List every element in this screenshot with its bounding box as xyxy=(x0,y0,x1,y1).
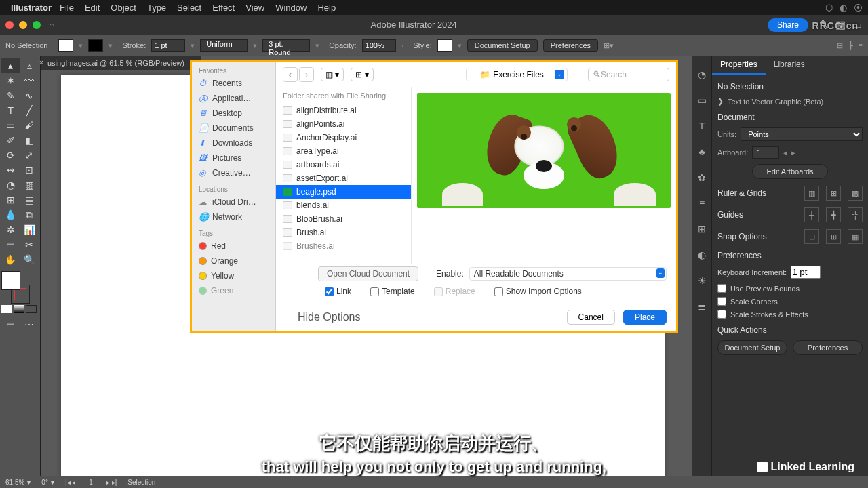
width-profile-select[interactable]: Uniform xyxy=(200,39,248,52)
stroke-weight-input[interactable] xyxy=(151,39,185,52)
tag-red[interactable]: Red xyxy=(192,239,275,253)
free-transform-tool[interactable]: ⊡ xyxy=(20,163,39,178)
scale-tool[interactable]: ⤢ xyxy=(20,148,39,163)
width-tool[interactable]: ↭ xyxy=(1,163,20,178)
eraser-tool[interactable]: ◧ xyxy=(20,133,39,148)
sidebar-item-applications[interactable]: ⒶApplicati… xyxy=(192,91,275,106)
zoom-tool[interactable]: 🔍 xyxy=(20,252,39,267)
align-options-icon[interactable]: ⊞▾ xyxy=(604,41,614,50)
preferences-button[interactable]: Preferences xyxy=(543,39,598,52)
style-swatch[interactable] xyxy=(437,39,452,52)
opacity-input[interactable] xyxy=(362,39,396,52)
sidebar-item-desktop[interactable]: 🖥Desktop xyxy=(192,106,275,121)
panel-icon[interactable]: ◔ xyxy=(698,69,706,80)
sidebar-item-icloud[interactable]: ☁iCloud Dri… xyxy=(192,195,275,209)
guides-show-icon[interactable]: ┼ xyxy=(804,207,819,222)
file-blends[interactable]: blends.ai xyxy=(276,199,411,212)
tag-green[interactable]: Green xyxy=(192,283,275,298)
status-icon[interactable]: ⬡ xyxy=(825,3,833,13)
sidebar-item-downloads[interactable]: ⬇Downloads xyxy=(192,136,275,150)
mesh-tool[interactable]: ⊞ xyxy=(1,192,20,207)
scale-corners-checkbox[interactable] xyxy=(717,297,726,306)
eyedropper-tool[interactable]: 💧 xyxy=(1,207,20,222)
menu-file[interactable]: File xyxy=(60,3,74,13)
sidebar-item-creative[interactable]: ◎Creative… xyxy=(192,165,275,180)
show-import-options-checkbox[interactable]: Show Import Options xyxy=(494,287,582,296)
color-mode-icon[interactable] xyxy=(1,305,12,313)
curvature-tool[interactable]: ∿ xyxy=(20,88,39,103)
perspective-tool[interactable]: ▨ xyxy=(20,178,39,192)
menu-help[interactable]: Help xyxy=(317,3,336,13)
panel-icon[interactable]: ≡ xyxy=(699,198,705,209)
ruler-icon[interactable]: ▥ xyxy=(804,186,819,201)
artboard-nav-input[interactable]: 1 xyxy=(78,479,104,486)
place-button[interactable]: Place xyxy=(623,310,667,325)
panel-icon[interactable]: ▭ xyxy=(698,95,707,106)
file-alignPoints[interactable]: alignPoints.ai xyxy=(276,117,411,131)
next-artboard-icon[interactable]: ▸ xyxy=(791,148,795,157)
file-artboards[interactable]: artboards.ai xyxy=(276,158,411,171)
fill-stroke-indicator[interactable] xyxy=(1,271,34,304)
edit-artboards-button[interactable]: Edit Artboards xyxy=(752,164,827,179)
view-mode-select[interactable]: ▥ ▾ xyxy=(321,68,344,81)
file-alignDistribute[interactable]: alignDistribute.ai xyxy=(276,104,411,117)
shaper-tool[interactable]: ✐ xyxy=(1,133,20,148)
close-tab-icon[interactable]: × xyxy=(39,59,43,66)
group-by-select[interactable]: ⊞ ▾ xyxy=(351,68,373,81)
sidebar-item-network[interactable]: 🌐Network xyxy=(192,209,275,224)
use-preview-bounds-checkbox[interactable] xyxy=(717,284,726,293)
menu-edit[interactable]: Edit xyxy=(85,3,100,13)
panel-icon[interactable]: ♣ xyxy=(698,146,705,157)
qa-document-setup-button[interactable]: Document Setup xyxy=(717,340,787,355)
list-icon[interactable]: ≡ xyxy=(859,41,863,50)
document-setup-button[interactable]: Document Setup xyxy=(467,39,538,52)
snap-point-icon[interactable]: ⊡ xyxy=(804,229,819,244)
file-blobBrush[interactable]: BlobBrush.ai xyxy=(276,212,411,226)
grid-icon[interactable]: ⊞ xyxy=(837,41,843,50)
file-brushes[interactable]: Brushes.ai xyxy=(276,239,411,253)
hide-options-button[interactable]: Hide Options xyxy=(298,311,361,323)
panel-icon[interactable]: ≣ xyxy=(698,301,706,312)
artboard-input[interactable] xyxy=(752,146,779,159)
share-button[interactable]: Share xyxy=(768,18,808,32)
brush-select[interactable]: 3 pt. Round xyxy=(262,39,310,52)
keyboard-increment-input[interactable] xyxy=(791,266,821,279)
status-icon[interactable]: ⦿ xyxy=(854,3,863,13)
document-tab[interactable]: × usingImages.ai @ 61.5 % (RGB/Preview) xyxy=(41,56,201,70)
prev-artboard-icon[interactable]: ◂ xyxy=(783,148,787,157)
pen-tool[interactable]: ✎ xyxy=(1,88,20,103)
home-icon[interactable]: ⌂ xyxy=(49,20,54,30)
zoom-level[interactable]: 61.5% xyxy=(5,479,24,486)
app-name[interactable]: Illustrator xyxy=(11,3,52,13)
template-checkbox[interactable]: Template xyxy=(370,287,415,296)
tab-properties[interactable]: Properties xyxy=(712,56,766,75)
paintbrush-tool[interactable]: 🖌 xyxy=(20,118,39,133)
menu-select[interactable]: Select xyxy=(177,3,201,13)
cancel-button[interactable]: Cancel xyxy=(567,310,615,325)
panel-icon[interactable]: ◐ xyxy=(698,249,706,260)
transparency-grid-icon[interactable]: ▩ xyxy=(848,186,863,201)
file-beagle-selected[interactable]: beagle.psd xyxy=(276,185,411,199)
link-checkbox[interactable]: Link xyxy=(325,287,351,296)
sidebar-item-recents[interactable]: ⏱Recents xyxy=(192,76,275,91)
tag-yellow[interactable]: Yellow xyxy=(192,268,275,283)
tab-libraries[interactable]: Libraries xyxy=(766,56,813,75)
chevron-right-icon[interactable]: ❯ xyxy=(717,97,724,106)
rectangle-tool[interactable]: ▭ xyxy=(1,118,20,133)
close-window-icon[interactable] xyxy=(5,21,14,29)
rotation-value[interactable]: 0° xyxy=(41,479,48,486)
slice-tool[interactable]: ✂ xyxy=(20,237,39,252)
file-anchorDisplay[interactable]: AnchorDisplay.ai xyxy=(276,131,411,144)
panel-icon[interactable]: ☀ xyxy=(698,275,707,286)
panel-icon[interactable]: T xyxy=(699,121,705,131)
search-input[interactable]: 🔍︎ Search xyxy=(588,68,669,81)
edit-toolbar-icon[interactable]: ⋯ xyxy=(20,317,39,332)
hand-tool[interactable]: ✋ xyxy=(1,252,20,267)
units-select[interactable]: Points xyxy=(741,127,863,141)
snap-pixel-icon[interactable]: ▦ xyxy=(848,229,863,244)
none-mode-icon[interactable] xyxy=(26,305,37,313)
panel-icon[interactable]: ⊞ xyxy=(698,224,706,235)
enable-select[interactable]: All Readable Documents xyxy=(469,267,667,281)
type-tool[interactable]: T xyxy=(1,103,20,118)
sidebar-item-documents[interactable]: 📄Documents xyxy=(192,121,275,136)
